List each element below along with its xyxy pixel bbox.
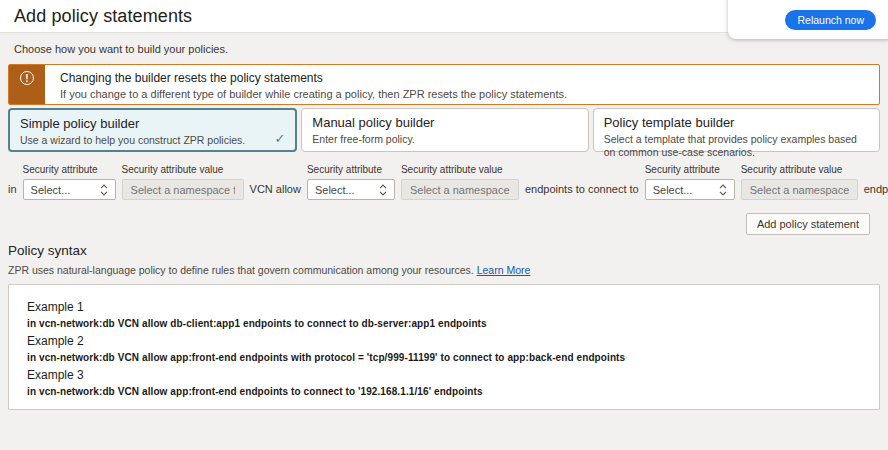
select-updown-icon bbox=[100, 184, 108, 196]
policy-syntax-section: Policy syntax ZPR uses natural-language … bbox=[8, 243, 880, 410]
example-label: Example 3 bbox=[27, 368, 861, 382]
security-attribute-value-input-2[interactable] bbox=[401, 179, 519, 200]
card-title: Simple policy builder bbox=[20, 116, 285, 131]
endpoints-to-connect-to-text: endpoints to connect to bbox=[525, 183, 639, 200]
security-attribute-value-label: Security attribute value bbox=[741, 164, 858, 175]
example-label: Example 2 bbox=[27, 334, 861, 348]
builder-cards: Simple policy builder Use a wizard to he… bbox=[8, 108, 880, 152]
security-attribute-select-2[interactable]: Select... bbox=[307, 179, 395, 200]
vcn-allow-text: VCN allow bbox=[250, 183, 301, 200]
select-value: Select... bbox=[653, 184, 693, 196]
example-statement: in vcn-network:db VCN allow app:front-en… bbox=[27, 352, 861, 363]
warning-banner: ! Changing the builder resets the policy… bbox=[8, 64, 880, 105]
endpoints-text: endpoints bbox=[864, 183, 888, 200]
card-description: Enter free-form policy. bbox=[312, 133, 577, 146]
warning-accent-bar: ! bbox=[9, 65, 45, 104]
learn-more-link[interactable]: Learn More bbox=[477, 264, 531, 276]
main-content: Choose how you want to build your polici… bbox=[0, 33, 888, 410]
warning-body: If you change to a different type of bui… bbox=[60, 88, 567, 100]
example-label: Example 1 bbox=[27, 300, 861, 314]
card-title: Policy template builder bbox=[604, 115, 869, 130]
intro-text: Choose how you want to build your polici… bbox=[14, 43, 880, 55]
card-simple-policy-builder[interactable]: Simple policy builder Use a wizard to he… bbox=[8, 108, 297, 152]
policy-examples-box: Example 1 in vcn-network:db VCN allow db… bbox=[8, 284, 880, 410]
security-attribute-label: Security attribute bbox=[307, 164, 395, 175]
prefix-text: in bbox=[8, 183, 17, 200]
security-attribute-label: Security attribute bbox=[23, 164, 116, 175]
card-title: Manual policy builder bbox=[312, 115, 577, 130]
warning-title: Changing the builder resets the policy s… bbox=[60, 71, 567, 85]
security-attribute-label: Security attribute bbox=[645, 164, 735, 175]
security-attribute-select-3[interactable]: Select... bbox=[645, 179, 735, 200]
security-attribute-select-1[interactable]: Select... bbox=[23, 179, 116, 200]
security-attribute-value-input-3[interactable] bbox=[741, 179, 858, 200]
page-title: Add policy statements bbox=[14, 6, 192, 27]
relaunch-now-button[interactable]: Relaunch now bbox=[785, 10, 876, 30]
security-attribute-value-input-1[interactable] bbox=[122, 179, 244, 200]
selected-check-icon: ✓ bbox=[274, 131, 285, 146]
policy-statement-row: in Security attribute Select... Security… bbox=[8, 164, 880, 200]
card-description: Select a template that provides policy e… bbox=[604, 133, 869, 159]
add-policy-statement-button[interactable]: Add policy statement bbox=[746, 213, 870, 235]
select-value: Select... bbox=[31, 184, 71, 196]
security-attribute-value-label: Security attribute value bbox=[401, 164, 519, 175]
warning-icon: ! bbox=[20, 71, 34, 85]
card-policy-template-builder[interactable]: Policy template builder Select a templat… bbox=[593, 108, 880, 152]
policy-syntax-title: Policy syntax bbox=[8, 243, 880, 258]
select-updown-icon bbox=[379, 184, 387, 196]
card-description: Use a wizard to help you construct ZPR p… bbox=[20, 134, 285, 147]
select-value: Select... bbox=[315, 184, 355, 196]
example-statement: in vcn-network:db VCN allow db-client:ap… bbox=[27, 318, 861, 329]
example-statement: in vcn-network:db VCN allow app:front-en… bbox=[27, 386, 861, 397]
card-manual-policy-builder[interactable]: Manual policy builder Enter free-form po… bbox=[301, 108, 588, 152]
select-updown-icon bbox=[719, 184, 727, 196]
policy-syntax-description: ZPR uses natural-language policy to defi… bbox=[8, 264, 474, 276]
chrome-relaunch-toast: relaunch Chrome to apply this update Rel… bbox=[728, 0, 888, 39]
security-attribute-value-label: Security attribute value bbox=[122, 164, 244, 175]
